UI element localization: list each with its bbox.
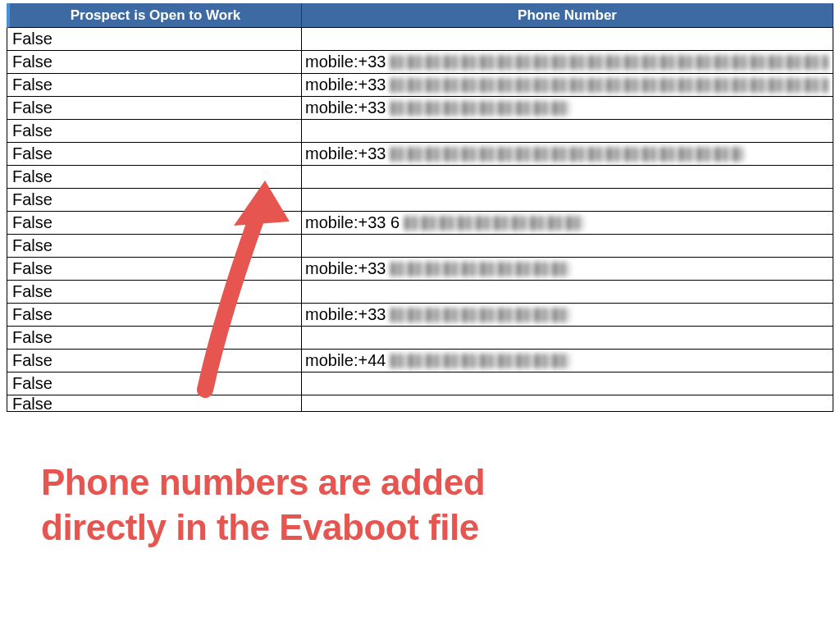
phone-prefix: mobile:+33 — [305, 258, 386, 280]
header-row: Prospect is Open to Work Phone Number — [7, 3, 840, 28]
cell-open-to-work[interactable]: False — [7, 51, 302, 74]
redacted-digits — [390, 262, 571, 277]
table-row[interactable]: False mobile:+33 — [7, 143, 840, 166]
cell-phone[interactable] — [302, 281, 833, 304]
cell-phone[interactable]: mobile:+33 — [302, 143, 833, 166]
cell-open-to-work[interactable]: False — [7, 327, 302, 350]
cell-phone[interactable] — [302, 395, 833, 412]
table-row[interactable]: False — [7, 120, 840, 143]
col-header-open-to-work[interactable]: Prospect is Open to Work — [7, 3, 302, 28]
cell-open-to-work[interactable]: False — [7, 372, 302, 395]
cell-phone[interactable]: mobile:+33 — [302, 97, 833, 120]
phone-prefix: mobile:+33 — [305, 97, 386, 119]
cell-open-to-work[interactable]: False — [7, 143, 302, 166]
cell-open-to-work[interactable]: False — [7, 258, 302, 281]
cell-phone[interactable] — [302, 372, 833, 395]
redacted-digits — [404, 216, 585, 231]
phone-prefix: mobile:+33 — [305, 74, 386, 96]
cell-open-to-work[interactable]: False — [7, 281, 302, 304]
cell-open-to-work[interactable]: False — [7, 395, 302, 412]
phone-prefix: mobile:+33 — [305, 304, 386, 326]
cell-phone[interactable] — [302, 166, 833, 189]
table-row[interactable]: False mobile:+33 — [7, 258, 840, 281]
redacted-digits — [390, 78, 828, 93]
table-row[interactable]: False — [7, 235, 840, 258]
cell-phone[interactable]: mobile:+33 — [302, 51, 833, 74]
cell-open-to-work[interactable]: False — [7, 189, 302, 212]
table-row[interactable]: False — [7, 327, 840, 350]
table-row[interactable]: False — [7, 28, 840, 51]
cell-phone[interactable] — [302, 189, 833, 212]
redacted-digits — [390, 101, 571, 116]
redacted-digits — [390, 55, 828, 70]
cell-open-to-work[interactable]: False — [7, 235, 302, 258]
table-row[interactable]: False — [7, 189, 840, 212]
table-row[interactable]: False mobile:+33 — [7, 304, 840, 327]
cell-open-to-work[interactable]: False — [7, 74, 302, 97]
cell-phone[interactable]: mobile:+33 — [302, 258, 833, 281]
table-row[interactable]: False mobile:+33 — [7, 74, 840, 97]
cell-open-to-work[interactable]: False — [7, 120, 302, 143]
phone-prefix: mobile:+33 — [305, 143, 386, 165]
table-row[interactable]: False — [7, 395, 840, 412]
table-row[interactable]: False mobile:+44 — [7, 350, 840, 372]
redacted-digits — [390, 354, 571, 368]
table-row[interactable]: False — [7, 166, 840, 189]
cell-phone[interactable] — [302, 235, 833, 258]
caption-line-2: directly in the Evaboot file — [41, 505, 807, 550]
col-header-phone[interactable]: Phone Number — [302, 3, 833, 28]
table-row[interactable]: False — [7, 281, 840, 304]
cell-open-to-work[interactable]: False — [7, 28, 302, 51]
table-row[interactable]: False mobile:+33 — [7, 51, 840, 74]
cell-open-to-work[interactable]: False — [7, 97, 302, 120]
phone-prefix: mobile:+33 — [305, 51, 386, 73]
cell-phone[interactable] — [302, 120, 833, 143]
cell-open-to-work[interactable]: False — [7, 212, 302, 235]
cell-phone[interactable]: mobile:+33 6 — [302, 212, 833, 235]
cell-phone[interactable] — [302, 28, 833, 51]
cell-phone[interactable]: mobile:+33 — [302, 304, 833, 327]
spreadsheet: Prospect is Open to Work Phone Number Fa… — [7, 3, 840, 412]
table-row[interactable]: False mobile:+33 6 — [7, 212, 840, 235]
cell-open-to-work[interactable]: False — [7, 350, 302, 372]
cell-open-to-work[interactable]: False — [7, 166, 302, 189]
table-row[interactable]: False — [7, 372, 840, 395]
phone-prefix: mobile:+44 — [305, 350, 386, 372]
annotation-caption: Phone numbers are added directly in the … — [41, 459, 807, 550]
cell-phone[interactable]: mobile:+33 — [302, 74, 833, 97]
cell-phone[interactable]: mobile:+44 — [302, 350, 833, 372]
redacted-digits — [390, 308, 571, 322]
cell-phone[interactable] — [302, 327, 833, 350]
cell-open-to-work[interactable]: False — [7, 304, 302, 327]
phone-prefix: mobile:+33 6 — [305, 212, 399, 234]
table-row[interactable]: False mobile:+33 — [7, 97, 840, 120]
caption-line-1: Phone numbers are added — [41, 459, 807, 505]
redacted-digits — [390, 147, 743, 162]
